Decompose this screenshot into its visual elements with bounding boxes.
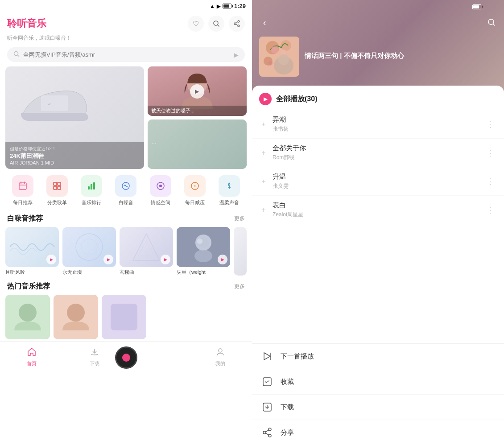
banner-area: ✓ 但是价格却便宜近1/2！ 24K莆田潮鞋 AIR JORDAN 1 MID: [5, 66, 247, 169]
nav-home-icon: [27, 347, 37, 359]
nav-home[interactable]: 首页: [0, 345, 63, 369]
hot-music-title: 热门音乐推荐: [7, 282, 50, 291]
bottom-nav: 首页 下载 我的: [0, 341, 252, 376]
white-noise-title: 白噪音推荐: [7, 214, 43, 223]
category-daily[interactable]: 每日推荐: [5, 175, 40, 206]
share-action-icon: [261, 426, 273, 439]
playlist-count: 全部播放(30): [276, 95, 317, 104]
svg-line-69: [266, 430, 269, 432]
song-item-2: + 全都关于你 Rom邢锐 ⋮: [252, 139, 504, 167]
vinyl-play-button[interactable]: [115, 346, 137, 369]
svg-line-1: [218, 25, 219, 26]
song-item-3: + 升温 张义雯 ⋮: [252, 167, 504, 196]
search-bar[interactable]: ▶: [7, 47, 245, 62]
noise-item-4[interactable]: ▶ 失重（weight: [177, 227, 230, 276]
categories: 每日推荐 分类歌单 音乐排行 白噪音 情感空间: [0, 169, 252, 208]
hot-item-1[interactable]: [5, 295, 50, 341]
song-add-1[interactable]: +: [259, 120, 268, 129]
song-add-3[interactable]: +: [259, 177, 268, 186]
now-playing: 情话两三句 | 不偏不倚只对你动心: [252, 33, 504, 86]
action-share-label: 分享: [281, 429, 294, 437]
svg-marker-35: [133, 234, 160, 260]
svg-point-33: [76, 234, 103, 260]
search-button[interactable]: [208, 16, 224, 32]
play-overlay-btn[interactable]: ▶: [190, 84, 204, 99]
search-submit-icon[interactable]: ▶: [234, 51, 239, 58]
svg-point-68: [263, 431, 266, 434]
action-share[interactable]: 分享: [252, 420, 504, 445]
action-download-label: 下载: [281, 403, 294, 412]
svg-point-49: [219, 349, 222, 352]
nav-profile[interactable]: 我的: [189, 345, 252, 369]
left-panel: ▲ ◀ 1:29 聆听音乐 ♡: [0, 0, 252, 445]
svg-point-58: [268, 61, 273, 66]
svg-point-40: [194, 250, 212, 262]
action-collect[interactable]: 收藏: [252, 369, 504, 395]
white-noise-more[interactable]: 更多: [234, 215, 245, 222]
svg-rect-47: [111, 304, 137, 330]
search-input[interactable]: [23, 51, 230, 58]
svg-rect-22: [58, 186, 61, 190]
banner-card-1[interactable]: ▶ 被天使吻过的嗓子...: [148, 66, 247, 116]
banner-main-title: 24K莆田潮鞋: [10, 152, 140, 160]
right-search-button[interactable]: [484, 15, 499, 29]
svg-point-45: [67, 304, 85, 321]
download-icon: [261, 401, 273, 413]
svg-marker-36: [138, 240, 154, 256]
svg-rect-10: [41, 95, 68, 111]
song-title-2: 全都关于你: [273, 144, 480, 152]
playlist-area: ▶ 全部播放(30) + 弄潮 张书扬 ⋮ + 全都关于你 Rom邢锐 ⋮: [252, 86, 504, 445]
song-add-4[interactable]: +: [259, 206, 268, 214]
noise-label-3: 玄秘曲: [120, 269, 173, 276]
hot-item-2[interactable]: [54, 295, 98, 341]
category-chart[interactable]: 音乐排行: [74, 175, 109, 206]
category-playlist-label: 分类歌单: [47, 199, 67, 206]
category-gentle[interactable]: 温柔声音: [212, 175, 247, 206]
song-more-1[interactable]: ⋮: [484, 118, 497, 131]
hot-music-more[interactable]: 更多: [234, 283, 245, 290]
banner-main[interactable]: ✓ 但是价格却便宜近1/2！ 24K莆田潮鞋 AIR JORDAN 1 MID: [5, 66, 144, 169]
banner-card-2[interactable]: ...: [148, 119, 247, 169]
nav-center-spacer: [126, 345, 189, 369]
noise-list: ▶ 且听风吟 ▶ 永无止境 ▶ 玄秘曲: [0, 227, 252, 276]
category-emotion[interactable]: 情感空间: [143, 175, 178, 206]
noise-play-3[interactable]: ▶: [161, 255, 170, 264]
back-button[interactable]: ‹: [257, 15, 272, 29]
noise-item-3[interactable]: ▶ 玄秘曲: [120, 227, 173, 276]
action-sheet: 下一首播放 收藏 下载: [252, 343, 504, 445]
hot-thumb-2: [54, 295, 98, 339]
nav-home-label: 首页: [27, 360, 37, 367]
svg-rect-20: [58, 182, 61, 185]
svg-rect-19: [54, 182, 57, 185]
svg-marker-61: [264, 353, 270, 360]
svg-rect-25: [93, 182, 95, 190]
song-add-2[interactable]: +: [259, 148, 268, 157]
noise-play-2[interactable]: ▶: [103, 255, 113, 264]
hot-item-3[interactable]: [102, 295, 146, 341]
song-more-2[interactable]: ⋮: [484, 146, 497, 160]
noise-play-1[interactable]: ▶: [46, 255, 56, 264]
album-art: [259, 37, 299, 77]
playlist-header: ▶ 全部播放(30): [252, 86, 504, 110]
svg-text:...: ...: [151, 139, 156, 146]
category-playlist[interactable]: 分类歌单: [40, 175, 74, 206]
category-noise[interactable]: 白噪音: [109, 175, 143, 206]
banner-card-1-label: 被天使吻过的嗓子...: [148, 106, 247, 116]
action-next[interactable]: 下一首播放: [252, 344, 504, 369]
header-icons: ♡: [188, 16, 245, 32]
play-all-button[interactable]: ▶: [259, 93, 272, 105]
song-more-4[interactable]: ⋮: [484, 203, 497, 217]
share-button[interactable]: [229, 16, 245, 32]
svg-line-6: [236, 24, 238, 25]
svg-line-70: [266, 433, 269, 435]
search-bar-icon: [13, 51, 20, 58]
noise-play-4[interactable]: ▶: [218, 255, 227, 264]
category-relax[interactable]: 每日减压: [178, 175, 212, 206]
noise-item-1[interactable]: ▶ 且听风吟: [5, 227, 59, 276]
noise-thumb-1: ▶: [5, 227, 59, 267]
song-more-3[interactable]: ⋮: [484, 175, 497, 188]
favorite-button[interactable]: ♡: [188, 16, 204, 32]
action-download[interactable]: 下载: [252, 395, 504, 420]
noise-thumb-4: ▶: [177, 227, 230, 267]
noise-item-2[interactable]: ▶ 永无止境: [62, 227, 116, 276]
